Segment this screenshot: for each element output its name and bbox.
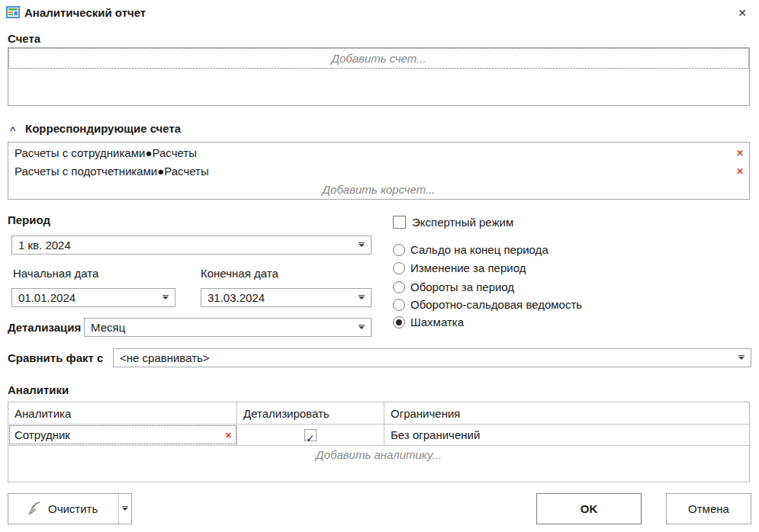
dialog-title: Аналитический отчет (24, 6, 146, 19)
corr-account-text: Расчеты с подотчетниками●Расчеты (14, 165, 209, 178)
column-header-restrictions: Ограничения (384, 402, 749, 425)
analytic-value: Сотрудник (14, 428, 70, 441)
period-value: 1 кв. 2024 (18, 239, 71, 252)
list-item[interactable]: Расчеты с подотчетниками●Расчеты ✕ (8, 162, 749, 181)
compare-label: Сравнить факт с (8, 351, 103, 364)
add-analytic-row[interactable]: Добавить аналитику... (8, 448, 749, 461)
cancel-button[interactable]: Отмена (666, 493, 751, 524)
collapse-icon[interactable]: ^ (10, 124, 16, 136)
start-date-select[interactable]: 01.01.2024 (11, 288, 175, 307)
remove-icon[interactable]: ✕ (225, 425, 232, 446)
compare-select[interactable]: <не сравнивать> (113, 348, 751, 367)
chevron-down-icon (359, 326, 365, 329)
chevron-down-icon (359, 244, 365, 247)
table-row: Сотрудник ✕ Без ограничений (8, 425, 749, 446)
detail-value: Месяц (91, 321, 125, 334)
detail-checkbox[interactable] (304, 429, 317, 441)
radio-saldo-end-label: Сальдо на конец периода (410, 243, 548, 256)
clear-dropdown-toggle[interactable] (118, 494, 131, 524)
analytics-section-label: Аналитики (8, 383, 69, 396)
chevron-down-icon (359, 296, 365, 300)
column-header-detail: Детализировать (237, 402, 384, 425)
ok-button[interactable]: OK (536, 493, 642, 524)
analytical-report-dialog: Аналитический отчет ✕ Счета Добавить сче… (0, 0, 759, 532)
chevron-down-icon (162, 296, 169, 300)
radio-saldo-end[interactable] (393, 244, 405, 256)
radio-change-period[interactable] (393, 262, 405, 274)
end-date-label: Конечная дата (201, 267, 278, 280)
corr-accounts-section-label: Корреспондирующие счета (25, 122, 181, 135)
add-corr-account-row[interactable]: Добавить корсчет... (8, 181, 749, 199)
end-date-select[interactable]: 31.03.2024 (201, 288, 371, 307)
expert-mode-checkbox[interactable] (393, 216, 406, 229)
radio-turnover-period-label: Обороты за период (410, 280, 514, 293)
period-section-label: Период (8, 213, 50, 226)
end-date-value: 31.03.2024 (207, 291, 265, 304)
period-select[interactable]: 1 кв. 2024 (11, 236, 371, 255)
analytics-table: Аналитика Детализировать Ограничения Сот… (8, 402, 750, 482)
radio-chessboard-label: Шахматка (410, 316, 464, 328)
chevron-down-icon (738, 357, 745, 360)
corr-account-text: Расчеты с сотрудниками●Расчеты (14, 146, 197, 159)
detail-label: Детализация (8, 321, 81, 334)
restriction-cell[interactable]: Без ограничений (384, 425, 749, 445)
remove-icon[interactable]: ✕ (736, 162, 744, 181)
clear-button[interactable]: Очистить (8, 493, 132, 524)
corr-accounts-list: Расчеты с сотрудниками●Расчеты ✕ Расчеты… (8, 142, 750, 200)
start-date-value: 01.01.2024 (18, 291, 76, 304)
report-icon (6, 5, 20, 19)
radio-chessboard[interactable] (393, 316, 405, 328)
close-icon[interactable]: ✕ (732, 3, 752, 23)
remove-icon[interactable]: ✕ (736, 144, 744, 162)
column-header-analytic: Аналитика (8, 402, 237, 425)
detail-cell (237, 425, 384, 445)
compare-value: <не сравнивать> (120, 351, 210, 364)
radio-change-period-label: Изменение за период (410, 261, 526, 274)
accounts-list: Добавить счет... (8, 47, 750, 106)
detail-select[interactable]: Месяц (84, 318, 371, 337)
radio-turnover-saldo-label: Оборотно-сальдовая ведомость (410, 298, 582, 311)
radio-turnover-period[interactable] (393, 281, 405, 293)
list-item[interactable]: Расчеты с сотрудниками●Расчеты ✕ (8, 144, 749, 162)
table-header-row: Аналитика Детализировать Ограничения (8, 402, 749, 425)
accounts-section-label: Счета (8, 32, 40, 45)
chevron-down-icon (122, 508, 128, 511)
analytic-cell[interactable]: Сотрудник ✕ (8, 425, 237, 445)
radio-turnover-saldo[interactable] (393, 299, 405, 311)
broom-icon (27, 502, 42, 517)
start-date-label: Начальная дата (13, 267, 98, 280)
clear-button-label: Очистить (48, 494, 98, 524)
expert-mode-label: Экспертный режим (412, 216, 513, 229)
add-account-row[interactable]: Добавить счет... (8, 48, 749, 69)
